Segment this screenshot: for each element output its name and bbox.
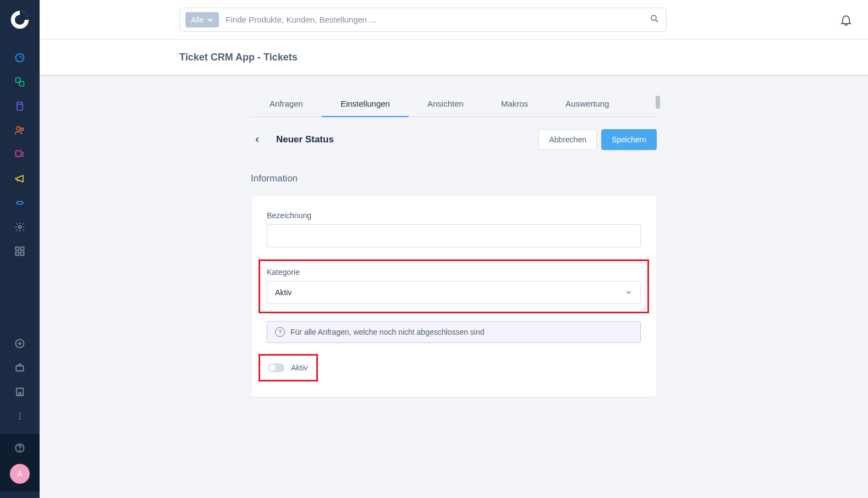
cancel-button[interactable]: Abbrechen [539, 129, 597, 150]
bezeichnung-input[interactable] [267, 224, 641, 247]
content-icon[interactable] [14, 148, 26, 161]
svg-point-1 [15, 15, 25, 25]
notifications-icon[interactable] [839, 13, 853, 26]
svg-point-18 [19, 418, 21, 420]
detail-title: Neuer Status [276, 134, 334, 145]
add-icon[interactable] [14, 337, 26, 350]
tab-ansichten[interactable]: Ansichten [409, 93, 482, 117]
marketing-icon[interactable] [14, 173, 26, 185]
toggle-row: Aktiv [268, 363, 309, 372]
svg-rect-8 [17, 202, 23, 204]
topbar: Alle [40, 0, 868, 40]
search-filter-dropdown[interactable]: Alle [185, 12, 219, 27]
bezeichnung-label: Bezeichnung [267, 211, 641, 220]
extensions-icon[interactable] [14, 197, 26, 209]
aktiv-toggle[interactable] [268, 363, 284, 372]
info-card: Bezeichnung Kategorie Aktiv ? Für alle A… [251, 195, 657, 397]
kategorie-value: Aktiv [275, 288, 292, 297]
chevron-left-icon [254, 136, 261, 143]
apps-icon[interactable] [14, 245, 26, 257]
svg-point-21 [651, 15, 656, 20]
dashboard-icon[interactable] [14, 52, 26, 64]
info-text: Für alle Anfragen, welche noch nicht abg… [290, 328, 485, 336]
svg-point-2 [16, 54, 24, 62]
app-logo [10, 10, 30, 30]
chevron-down-icon [625, 289, 633, 296]
svg-rect-15 [16, 366, 23, 371]
svg-point-17 [19, 416, 21, 417]
kategorie-select[interactable]: Aktiv [267, 281, 641, 304]
more-icon[interactable] [14, 410, 26, 422]
svg-rect-12 [16, 252, 19, 256]
svg-rect-13 [21, 252, 24, 256]
customers-icon[interactable] [14, 124, 26, 136]
search-input[interactable] [226, 15, 643, 24]
tab-einstellungen[interactable]: Einstellungen [322, 93, 409, 117]
search-icon[interactable] [650, 14, 660, 26]
tab-scroll-indicator[interactable] [656, 96, 660, 109]
aktiv-toggle-label: Aktiv [291, 363, 307, 372]
question-icon: ? [275, 327, 285, 337]
briefcase-icon[interactable] [14, 362, 26, 374]
svg-rect-11 [21, 247, 24, 251]
svg-point-5 [17, 126, 20, 130]
page-titlebar: Ticket CRM App - Tickets [40, 40, 868, 76]
kategorie-label: Kategorie [267, 268, 641, 276]
nav-main [14, 52, 26, 257]
svg-point-6 [21, 128, 24, 131]
detail-header: Neuer Status Abbrechen Speichern [251, 129, 657, 150]
section-heading: Information [251, 173, 657, 184]
sidebar-footer: A [0, 434, 40, 491]
avatar[interactable]: A [10, 464, 30, 484]
svg-rect-7 [16, 151, 21, 156]
svg-point-16 [19, 413, 21, 414]
content-area: Anfragen Einstellungen Ansichten Makros … [40, 76, 868, 498]
sidebar: A [0, 0, 40, 498]
field-kategorie: Kategorie Aktiv [267, 268, 641, 304]
global-search: Alle [179, 8, 667, 32]
toggle-highlight: Aktiv [259, 354, 318, 381]
detail-actions: Abbrechen Speichern [539, 129, 657, 150]
catalog-icon[interactable] [14, 76, 26, 88]
back-button[interactable] [251, 133, 264, 146]
kategorie-highlight: Kategorie Aktiv [259, 259, 649, 313]
svg-point-20 [20, 450, 20, 451]
save-button[interactable]: Speichern [601, 129, 657, 150]
help-icon[interactable] [14, 442, 26, 454]
tab-auswertung[interactable]: Auswertung [547, 93, 628, 117]
nav-bottom: A [0, 337, 40, 498]
tab-bar: Anfragen Einstellungen Ansichten Makros … [251, 93, 657, 117]
tab-anfragen[interactable]: Anfragen [251, 93, 322, 117]
svg-point-9 [19, 226, 21, 229]
search-filter-label: Alle [191, 15, 204, 24]
chevron-down-icon [207, 16, 213, 23]
field-bezeichnung: Bezeichnung [267, 211, 641, 247]
store-icon[interactable] [14, 386, 26, 398]
info-banner: ? Für alle Anfragen, welche noch nicht a… [267, 321, 641, 343]
page-title: Ticket CRM App - Tickets [179, 52, 298, 63]
orders-icon[interactable] [14, 100, 26, 112]
svg-rect-10 [16, 247, 19, 251]
settings-icon[interactable] [14, 221, 26, 233]
tab-makros[interactable]: Makros [482, 93, 547, 117]
